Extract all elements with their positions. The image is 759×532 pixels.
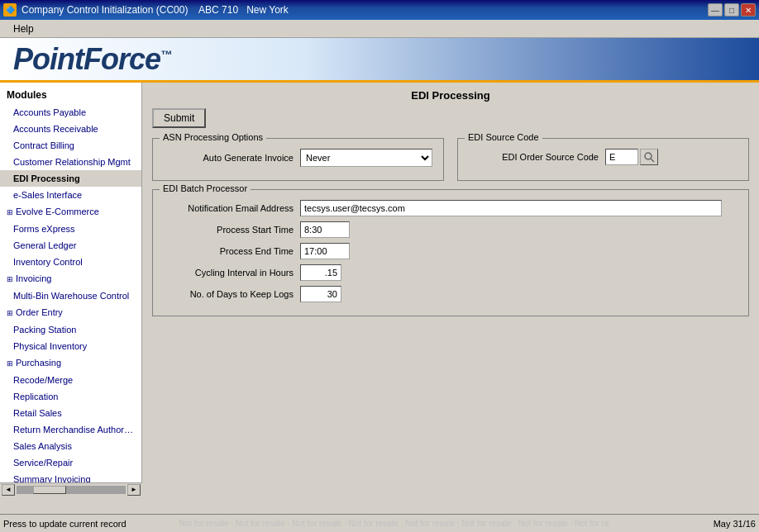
edi-batch-group: EDI Batch Processor Notification Email A… (152, 189, 749, 316)
sidebar-item-order-entry[interactable]: ⊞Order Entry (0, 304, 141, 321)
start-time-row: Process Start Time (161, 221, 740, 238)
edi-source-input-group (605, 149, 658, 165)
sidebar-item-recode[interactable]: Recode/Merge (0, 372, 141, 388)
sidebar-item-contract-billing[interactable]: Contract Billing (0, 137, 141, 154)
cycling-row: Cycling Interval in Hours (161, 264, 740, 281)
asn-group-title: ASN Processing Options (160, 132, 266, 142)
auto-invoice-select[interactable]: Never Always Prompt (300, 149, 432, 167)
modules-header: Modules (0, 86, 141, 104)
title-text: Company Control Initialization (CC00) AB… (21, 4, 708, 16)
cycling-label: Cycling Interval in Hours (161, 268, 294, 278)
notification-label: Notification Email Address (161, 203, 294, 213)
help-menu[interactable]: Help (7, 21, 41, 36)
sidebar-item-invoicing[interactable]: ⊞Invoicing (0, 270, 141, 287)
scroll-thumb[interactable] (33, 486, 66, 494)
top-groups-row: ASN Processing Options Auto Generate Inv… (152, 138, 749, 189)
sidebar-item-inventory[interactable]: Inventory Control (0, 254, 141, 270)
logo: PointForce™ (13, 42, 171, 77)
edi-source-lookup-button[interactable] (640, 149, 658, 165)
end-time-input[interactable] (300, 243, 350, 259)
sidebar-item-evolve[interactable]: ⊞Evolve E-Commerce (0, 203, 141, 221)
logs-input[interactable] (300, 286, 341, 302)
status-date: May 31/16 (706, 519, 756, 529)
edi-source-row: EDI Order Source Code (466, 149, 740, 165)
sidebar-scrollbar: ◄ ► (0, 482, 142, 496)
sidebar-item-forms[interactable]: Forms eXpress (0, 221, 141, 237)
sidebar-item-accounts-payable[interactable]: Accounts Payable (0, 104, 141, 121)
window-title: Company Control Initialization (CC00) (21, 4, 188, 16)
sidebar-item-rma[interactable]: Return Merchandise Authoriz... (0, 421, 141, 438)
menu-bar: Help (0, 20, 759, 38)
sidebar: Modules Accounts Payable Accounts Receiv… (0, 83, 142, 496)
sidebar-item-purchasing[interactable]: ⊞Purchasing (0, 354, 141, 372)
sidebar-item-service[interactable]: Service/Repair (0, 454, 141, 471)
sidebar-item-replication[interactable]: Replication (0, 388, 141, 405)
app-icon: 🔷 (3, 3, 17, 17)
logs-row: No. of Days to Keep Logs (161, 286, 740, 302)
sidebar-item-retail[interactable]: Retail Sales (0, 405, 141, 421)
close-button[interactable]: ✕ (741, 3, 756, 17)
minimize-button[interactable]: — (708, 3, 723, 17)
sidebar-item-accounts-receivable[interactable]: Accounts Receivable (0, 121, 141, 137)
sidebar-item-multibin[interactable]: Multi-Bin Warehouse Control (0, 287, 141, 304)
sidebar-item-packing[interactable]: Packing Station (0, 321, 141, 338)
page-title: EDI Processing (152, 89, 749, 102)
start-time-label: Process Start Time (161, 225, 294, 235)
sidebar-item-crm[interactable]: Customer Relationship Mgmt (0, 154, 141, 170)
scroll-track (17, 486, 126, 494)
location-name: New York (246, 4, 289, 16)
status-watermark: Not for resale · Not for resale · Not fo… (179, 519, 707, 528)
sidebar-item-general-ledger[interactable]: General Ledger (0, 237, 141, 254)
sidebar-item-esales[interactable]: e-Sales Interface (0, 187, 141, 203)
notification-email-input[interactable] (300, 200, 722, 216)
edi-batch-group-title: EDI Batch Processor (160, 183, 251, 193)
svg-point-0 (645, 153, 652, 159)
status-message: Press to update current record (3, 519, 179, 529)
logs-label: No. of Days to Keep Logs (161, 289, 294, 299)
auto-invoice-row: Auto Generate Invoice Never Always Promp… (161, 149, 435, 167)
auto-invoice-label: Auto Generate Invoice (161, 153, 294, 163)
status-bar: Press to update current record Not for r… (0, 514, 759, 532)
edi-source-label: EDI Order Source Code (466, 152, 599, 162)
cycling-input[interactable] (300, 264, 341, 281)
notification-row: Notification Email Address (161, 200, 740, 216)
scroll-right-button[interactable]: ► (127, 484, 141, 496)
company-name: ABC 710 (198, 4, 238, 16)
asn-processing-group: ASN Processing Options Auto Generate Inv… (152, 138, 444, 181)
edi-source-input[interactable] (605, 149, 638, 165)
title-bar: 🔷 Company Control Initialization (CC00) … (0, 0, 759, 20)
sidebar-item-physical-inventory[interactable]: Physical Inventory (0, 338, 141, 354)
logo-bar: PointForce™ (0, 38, 759, 83)
edi-source-group-title: EDI Source Code (465, 132, 542, 142)
sidebar-item-edi-processing[interactable]: EDI Processing (0, 170, 141, 187)
end-time-row: Process End Time (161, 243, 740, 259)
submit-button[interactable]: Submit (152, 108, 206, 128)
main-layout: Modules Accounts Payable Accounts Receiv… (0, 83, 759, 496)
sidebar-item-sales-analysis[interactable]: Sales Analysis (0, 438, 141, 454)
edi-source-group: EDI Source Code EDI Order Source Code (457, 138, 749, 181)
content-area: EDI Processing Submit ASN Processing Opt… (142, 83, 759, 496)
end-time-label: Process End Time (161, 246, 294, 256)
scroll-left-button[interactable]: ◄ (2, 484, 15, 496)
window-controls: — □ ✕ (708, 3, 756, 17)
svg-line-1 (651, 159, 654, 162)
start-time-input[interactable] (300, 221, 350, 238)
restore-button[interactable]: □ (724, 3, 739, 17)
